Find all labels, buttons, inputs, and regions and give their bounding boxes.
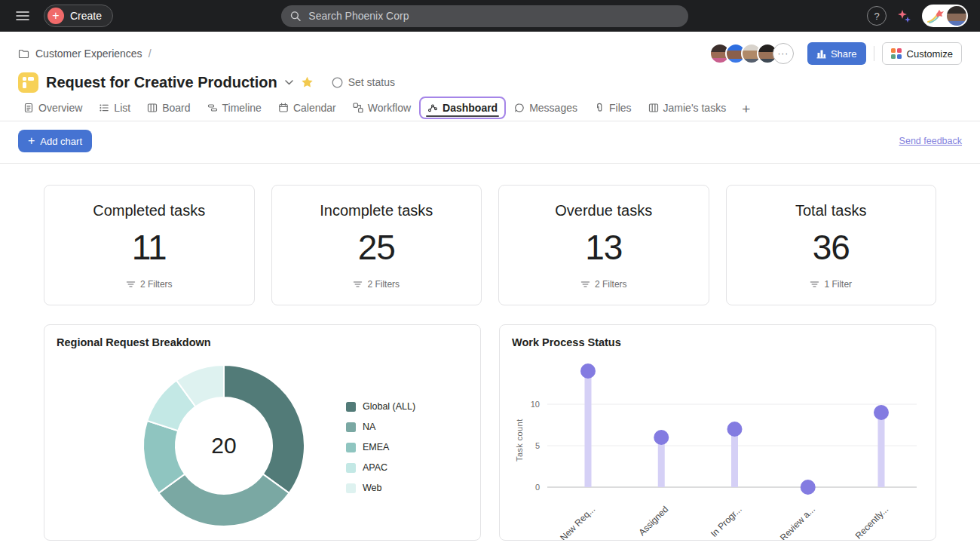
stat-card-incomplete-tasks[interactable]: Incomplete tasks 25 2 Filters xyxy=(271,185,482,305)
svg-text:New Req...: New Req... xyxy=(558,504,597,541)
filters-label: 2 Filters xyxy=(595,279,627,290)
tab-label: Messages xyxy=(529,102,577,114)
stat-title: Total tasks xyxy=(727,202,936,219)
add-tab-button[interactable]: + xyxy=(734,102,758,116)
messages-icon xyxy=(514,103,525,113)
list-icon xyxy=(99,103,109,113)
tab-jamies-tasks[interactable]: Jamie's tasks xyxy=(640,97,735,119)
legend-item: APAC xyxy=(346,462,415,473)
share-button[interactable]: Share xyxy=(807,42,866,65)
search-input[interactable] xyxy=(307,9,679,23)
tab-label: Timeline xyxy=(222,102,262,114)
tab-overview[interactable]: Overview xyxy=(15,97,90,119)
customize-icon xyxy=(891,48,902,59)
legend-label: NA xyxy=(363,422,375,432)
legend-swatch xyxy=(346,443,356,452)
svg-text:Review a...: Review a... xyxy=(778,504,817,541)
user-avatar[interactable] xyxy=(947,6,966,26)
board-icon xyxy=(648,103,659,113)
customize-button[interactable]: Customize xyxy=(882,42,962,65)
send-feedback-link[interactable]: Send feedback xyxy=(899,136,962,146)
breadcrumb-separator: / xyxy=(149,48,152,60)
charts-row: Regional Request Breakdown 20 Global (AL… xyxy=(44,324,936,541)
svg-text:Assigned: Assigned xyxy=(637,504,671,538)
share-label: Share xyxy=(831,48,857,60)
dashboard-icon xyxy=(427,103,438,113)
filter-icon xyxy=(353,280,363,289)
add-chart-label: Add chart xyxy=(40,136,82,147)
tab-workflow[interactable]: Workflow xyxy=(345,97,419,119)
help-button[interactable]: ? xyxy=(867,6,887,26)
topbar-right: ? xyxy=(867,5,968,27)
stat-value: 36 xyxy=(727,227,936,268)
search-bar[interactable] xyxy=(281,5,688,27)
tab-timeline[interactable]: Timeline xyxy=(199,97,270,119)
paperclip-icon xyxy=(594,103,605,113)
breadcrumb[interactable]: Customer Experiences / xyxy=(18,48,152,60)
chart-legend: Global (ALL) NA EMEA APAC Web xyxy=(346,401,415,493)
status-circle-icon xyxy=(332,77,343,88)
filters-chip[interactable]: 2 Filters xyxy=(499,279,709,290)
tab-files[interactable]: Files xyxy=(586,97,640,119)
share-icon xyxy=(816,49,826,59)
header-actions: ··· Share Customize xyxy=(709,42,962,65)
filters-chip[interactable]: 2 Filters xyxy=(44,279,254,290)
avatar-overflow-button[interactable]: ··· xyxy=(773,43,794,64)
legend-label: Global (ALL) xyxy=(363,401,415,412)
set-status-button[interactable]: Set status xyxy=(332,76,395,88)
filter-icon xyxy=(126,280,136,289)
tab-list[interactable]: List xyxy=(90,97,139,119)
filters-label: 1 Filter xyxy=(824,279,852,290)
project-header: Customer Experiences / ··· Share Customi… xyxy=(0,32,980,94)
legend-item: NA xyxy=(346,422,415,432)
tab-dashboard[interactable]: Dashboard xyxy=(419,97,506,119)
star-icon[interactable] xyxy=(301,76,314,88)
legend-swatch xyxy=(346,422,356,432)
tab-board[interactable]: Board xyxy=(139,97,198,119)
stat-value: 11 xyxy=(44,227,254,268)
tab-label: Dashboard xyxy=(443,102,498,114)
ai-sparkles-icon[interactable] xyxy=(897,10,911,23)
tab-messages[interactable]: Messages xyxy=(506,97,586,119)
tab-label: Calendar xyxy=(293,102,336,114)
tab-label: Board xyxy=(162,102,190,114)
legend-swatch xyxy=(346,483,356,493)
plus-icon: + xyxy=(28,135,35,147)
filters-chip[interactable]: 1 Filter xyxy=(727,279,936,290)
calendar-icon xyxy=(278,103,289,113)
tab-label: Workflow xyxy=(368,102,411,114)
add-chart-button[interactable]: + Add chart xyxy=(18,130,92,152)
tab-label: Overview xyxy=(38,102,82,114)
folder-icon xyxy=(18,49,29,59)
overview-icon xyxy=(23,103,34,113)
stat-value: 13 xyxy=(499,227,709,268)
legend-label: APAC xyxy=(363,462,387,473)
create-button[interactable]: + Create xyxy=(44,5,113,27)
hamburger-menu-button[interactable] xyxy=(12,5,33,26)
stat-card-completed-tasks[interactable]: Completed tasks 11 2 Filters xyxy=(44,185,255,305)
tab-bar: Overview List Board Timeline Calendar Wo… xyxy=(0,94,980,121)
legend-label: EMEA xyxy=(363,442,389,452)
hamburger-icon xyxy=(16,10,29,22)
workflow-icon xyxy=(353,103,363,113)
filters-chip[interactable]: 2 Filters xyxy=(272,279,482,290)
svg-text:10: 10 xyxy=(531,400,540,409)
tab-calendar[interactable]: Calendar xyxy=(270,97,345,119)
set-status-label: Set status xyxy=(348,76,395,88)
stat-card-overdue-tasks[interactable]: Overdue tasks 13 2 Filters xyxy=(498,185,709,305)
lollipop-chart: 0510New Req...AssignedIn Progr...Review … xyxy=(500,325,936,541)
donut-chart-card[interactable]: Regional Request Breakdown 20 Global (AL… xyxy=(44,324,481,541)
account-pill[interactable] xyxy=(922,5,968,27)
stat-card-total-tasks[interactable]: Total tasks 36 1 Filter xyxy=(726,185,937,305)
customize-label: Customize xyxy=(907,48,953,60)
filters-label: 2 Filters xyxy=(367,279,400,290)
lollipop-chart-card[interactable]: Work Process Status Task count 0510New R… xyxy=(499,324,936,541)
stat-value: 25 xyxy=(272,227,482,268)
member-avatars[interactable]: ··· xyxy=(709,43,794,64)
svg-text:Recently...: Recently... xyxy=(853,504,890,541)
tab-label: Files xyxy=(609,102,632,114)
chevron-down-icon[interactable] xyxy=(285,80,293,85)
legend-item: Web xyxy=(346,483,415,493)
svg-text:5: 5 xyxy=(535,441,540,450)
svg-text:In Progr...: In Progr... xyxy=(709,504,744,539)
